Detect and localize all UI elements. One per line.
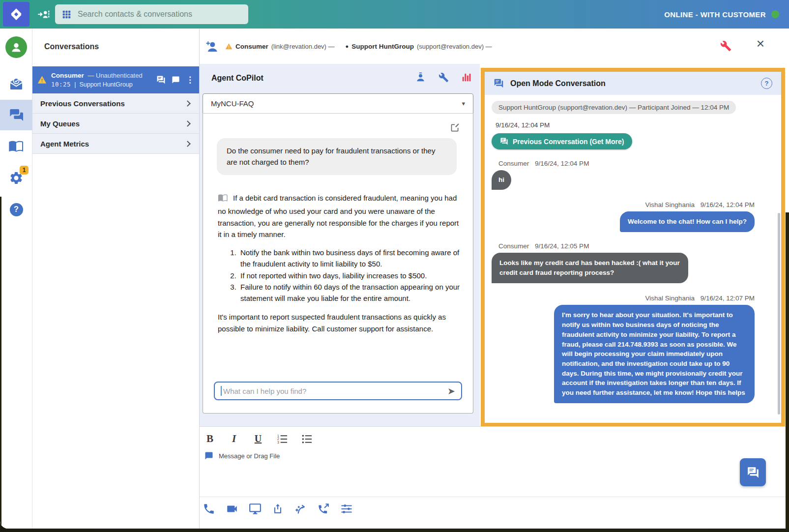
open-chat-button[interactable] [740,458,766,486]
open-mode-title: Open Mode Conversation [510,79,606,88]
chevron-right-icon [184,100,191,107]
answer-intro: If a debit card transaction is considere… [218,194,459,238]
previous-conversation-button[interactable]: Previous Conversation (Get More) [492,133,632,149]
call-transfer-button[interactable] [317,502,330,515]
copilot-chat-card: Do the consumer need to pay for fraudule… [203,113,473,414]
knowledge-source-icon [218,192,228,206]
knowledge-stats-icon[interactable] [461,72,472,83]
chat-timestamp: 9/16/24, 12:04 PM [496,121,774,129]
new-contact-icon[interactable] [36,7,51,22]
format-toolbar: B I U 1 2 3 [205,430,313,447]
answer-outro: It's important to report suspected fraud… [218,311,461,334]
warning-icon [225,43,233,50]
participant-support-name: Support HuntGroup [351,43,414,50]
call-toolbar [200,497,789,520]
copilot-input[interactable] [223,387,447,395]
video-call-button[interactable] [226,502,238,515]
message-meta: Vishal Singhania 9/16/24, 12:04 PM [492,201,755,208]
bullet-list-button[interactable] [301,433,313,444]
message-input-area[interactable]: Message or Drag File [205,451,280,460]
warning-icon [37,75,47,85]
sidebar-item-knowledge[interactable] [0,138,32,153]
agent-copilot-panel: Agent CoPilot [200,64,480,426]
copilot-search-box[interactable]: ➤ [214,382,462,400]
message-composer: B I U 1 2 3 Message or [200,426,789,497]
verified-mail-icon [8,76,24,91]
avatar [5,36,27,58]
sidebar-item-help[interactable]: ? [0,202,32,217]
chat-transcript: Support HuntGroup (support@revation.dev)… [485,95,781,423]
diamond-logo-icon [9,7,24,22]
voice-call-button[interactable] [203,502,215,515]
message-sender: Vishal Singhania [645,201,695,208]
help-icon: ? [10,203,23,216]
message-time: 9/16/24, 12:04 PM [701,201,755,208]
knowledge-base-select[interactable]: MyNCU-FAQ ▾ [203,93,473,114]
app-window: ONLINE - WITH CUSTOMER [0,0,789,529]
conversation-name: Consumer [51,72,84,79]
top-bar: ONLINE - WITH CUSTOMER [0,0,789,29]
conversations-panel: Conversations Consumer — Unauthenticated… [32,29,200,529]
settings-sliders-button[interactable] [340,502,353,515]
conversation-timer: 10:25 [51,81,71,88]
underline-button[interactable]: U [253,433,263,444]
screen-share-button[interactable] [249,502,262,515]
menu-my-queues[interactable]: My Queues [32,114,199,134]
italic-button[interactable]: I [229,433,239,445]
message-meta: Vishal Singhania 9/16/24, 12:07 PM [492,295,755,302]
search-input[interactable] [78,10,242,19]
conversation-transfer-icon [494,78,504,89]
search-bar[interactable] [55,4,248,24]
bold-button[interactable]: B [205,433,215,445]
conversation-tools-icon[interactable] [720,40,731,54]
close-icon[interactable]: × [757,37,764,51]
settings-badge: 1 [20,166,29,175]
menu-agent-metrics[interactable]: Agent Metrics [32,134,199,154]
chat-icon[interactable] [172,76,180,84]
message-sender: Consumer [498,242,529,250]
message-bubble-icon [205,451,213,460]
message-sender: Vishal Singhania [645,295,695,302]
open-mode-header: Open Mode Conversation ? [485,72,781,95]
desktop-background: ONLINE - WITH CUSTOMER [0,0,789,532]
sidebar-item-settings[interactable]: 1 [0,170,32,186]
conversation-item-consumer[interactable]: Consumer — Unauthenticated 10:25 | Suppo… [32,66,199,93]
agent-status[interactable]: ONLINE - WITH CUSTOMER [664,0,779,29]
copilot-tools-icon[interactable] [438,72,449,83]
more-options-icon[interactable]: ⋮ [186,76,194,84]
participant-support-detail: (support@revation.dev) — [417,43,492,50]
message-placeholder: Message or Drag File [219,452,280,460]
svg-text:3: 3 [277,441,279,444]
answer-step: Failure to notify within 60 days of the … [238,281,461,304]
add-participant-icon[interactable] [205,39,219,56]
wallpaper-edge [0,197,1,529]
send-icon[interactable]: ➤ [447,386,455,396]
file-share-button[interactable] [272,503,284,515]
sidebar-item-inbox[interactable] [0,76,32,91]
icon-sidebar: 1 ? [0,29,32,529]
agent-status-label: ONLINE - WITH CUSTOMER [664,10,766,19]
new-note-icon[interactable] [450,122,460,135]
sidebar-item-profile[interactable] [0,36,32,58]
help-icon[interactable]: ? [761,78,772,89]
knowledge-base-value: MyNCU-FAQ [211,99,254,108]
dialpad-icon [61,9,72,20]
ordered-list-button[interactable]: 1 2 3 [277,433,288,444]
online-status-dot [771,10,779,18]
conversation-queue: Support HuntGroup [79,81,132,88]
sidebar-item-conversations[interactable] [0,100,32,130]
conversation-transfer-icon[interactable] [156,75,166,85]
text-cursor [221,386,222,396]
message-meta: Consumer 9/16/24, 12:04 PM [498,160,774,167]
conversations-menu: Previous Conversations My Queues Agent M… [32,93,199,154]
chat-scrollbar[interactable] [778,213,780,414]
agent-profile-icon[interactable] [415,72,426,83]
chevron-down-icon: ▾ [462,100,465,107]
copilot-question-bubble: Do the consumer need to pay for fraudule… [217,138,457,175]
chevron-right-icon [184,141,191,147]
message-sender: Consumer [498,160,529,167]
menu-previous-conversations[interactable]: Previous Conversations [32,93,199,114]
outgoing-message-bubble: Welcome to the chat! How can I help? [620,211,755,232]
ai-assist-button[interactable] [294,502,307,515]
participant-consumer-detail: (link@revation.dev) — [271,43,335,50]
